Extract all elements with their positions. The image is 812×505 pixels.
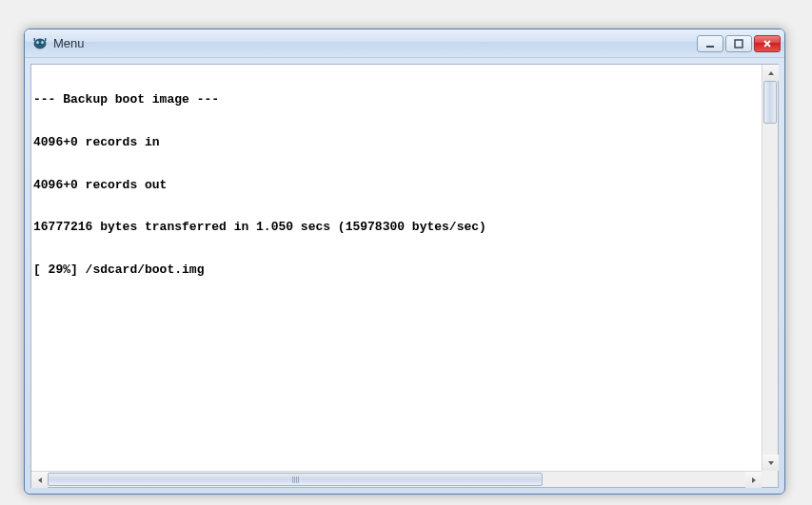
output-line: [ 29%] /sdcard/boot.img <box>33 263 776 278</box>
output-line: --- Backup boot image --- <box>33 93 776 107</box>
svg-rect-5 <box>706 46 714 48</box>
scroll-corner <box>762 471 778 487</box>
title-bar[interactable]: Menu <box>25 29 784 58</box>
minimize-button[interactable] <box>697 35 723 52</box>
scroll-down-arrow-icon[interactable] <box>762 455 779 471</box>
scroll-right-arrow-icon[interactable] <box>745 472 762 488</box>
vertical-scroll-thumb[interactable] <box>763 81 777 124</box>
close-button[interactable] <box>754 35 781 52</box>
svg-point-2 <box>41 41 44 44</box>
window-controls <box>697 35 781 52</box>
app-icon <box>32 36 48 51</box>
app-window: Menu --- Backup boot image --- 4096+0 re… <box>24 29 785 495</box>
horizontal-scrollbar[interactable] <box>31 471 762 487</box>
svg-point-1 <box>36 41 39 44</box>
svg-rect-6 <box>735 40 743 48</box>
maximize-button[interactable] <box>725 35 752 52</box>
output-line: 4096+0 records in <box>33 136 776 150</box>
svg-point-0 <box>34 39 46 49</box>
content-frame: --- Backup boot image --- 4096+0 records… <box>30 64 779 488</box>
horizontal-scroll-thumb[interactable] <box>48 473 543 486</box>
window-title: Menu <box>53 36 697 50</box>
svg-rect-3 <box>34 38 36 41</box>
scroll-left-arrow-icon[interactable] <box>31 472 48 488</box>
horizontal-scroll-track[interactable] <box>48 472 745 487</box>
output-line: 16777216 bytes transferred in 1.050 secs… <box>33 221 776 235</box>
thumb-grip-icon <box>292 476 299 483</box>
output-line: 4096+0 records out <box>33 179 776 193</box>
vertical-scroll-track[interactable] <box>762 81 778 455</box>
vertical-scrollbar[interactable] <box>762 65 778 471</box>
terminal-output: --- Backup boot image --- 4096+0 records… <box>31 65 778 487</box>
svg-rect-4 <box>45 38 47 41</box>
scroll-up-arrow-icon[interactable] <box>762 65 779 81</box>
